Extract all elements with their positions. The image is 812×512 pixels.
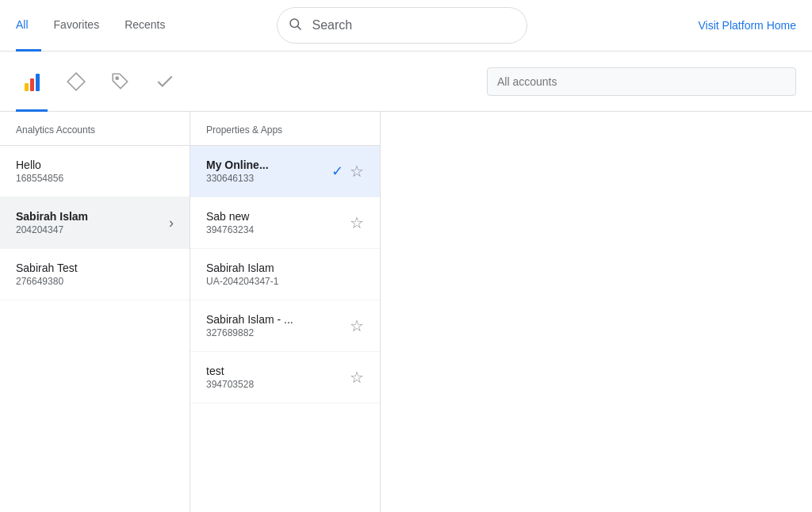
empty-panel: [381, 112, 812, 512]
property-item-sabirah-islam-ua[interactable]: Sabirah Islam UA-204204347-1: [190, 249, 380, 300]
svg-marker-2: [67, 73, 85, 90]
property-item-my-online[interactable]: My Online... 330646133 ✓ ☆: [190, 146, 380, 197]
check-icon: ✓: [331, 162, 343, 180]
account-item-hello[interactable]: Hello 168554856: [0, 146, 190, 197]
tab-recents[interactable]: Recents: [112, 0, 178, 52]
search-input[interactable]: [277, 7, 527, 44]
optimize-product-icon[interactable]: [60, 66, 92, 97]
account-item-sabirah-islam[interactable]: Sabirah Islam 204204347 ›: [0, 197, 190, 249]
analytics-accounts-header: Analytics Accounts: [0, 112, 190, 146]
account-item-sabirah-test[interactable]: Sabirah Test 276649380: [0, 249, 190, 300]
svg-point-0: [290, 19, 299, 28]
top-nav: All Favorites Recents Visit Platform Hom…: [0, 0, 812, 52]
property-item-sab-new[interactable]: Sab new 394763234 ☆: [190, 197, 380, 249]
property-id-my-online: 330646133: [206, 173, 331, 184]
star-icon-sabirah-dash[interactable]: ☆: [350, 316, 364, 335]
nav-tabs: All Favorites Recents: [16, 0, 178, 52]
property-name-my-online: My Online...: [206, 159, 331, 171]
properties-apps-header: Properties & Apps: [190, 112, 380, 146]
star-icon-test[interactable]: ☆: [350, 368, 364, 387]
tab-favorites[interactable]: Favorites: [41, 0, 113, 52]
search-box: [277, 7, 527, 44]
property-name-sab-new: Sab new: [206, 210, 350, 223]
search-icon: [288, 17, 302, 34]
property-name-sabirah-islam-ua: Sabirah Islam: [206, 262, 364, 274]
analytics-accounts-panel: Analytics Accounts Hello 168554856 Sabir…: [0, 112, 190, 512]
star-icon-my-online[interactable]: ☆: [350, 162, 364, 181]
account-id-sabirah-test: 276649380: [16, 276, 78, 287]
property-id-sabirah-islam-dash: 327689882: [206, 327, 350, 338]
star-icon-sab-new[interactable]: ☆: [350, 213, 364, 232]
property-item-sabirah-islam-dash[interactable]: Sabirah Islam - ... 327689882 ☆: [190, 300, 380, 352]
main-content: Analytics Accounts Hello 168554856 Sabir…: [0, 112, 812, 512]
property-item-test[interactable]: test 394703528 ☆: [190, 352, 380, 403]
tab-all[interactable]: All: [16, 0, 41, 52]
all-accounts-input[interactable]: [487, 67, 796, 96]
account-name-hello: Hello: [16, 159, 63, 171]
svg-line-1: [297, 26, 301, 29]
svg-point-3: [116, 77, 118, 79]
account-id-sabirah-islam: 204204347: [16, 224, 88, 235]
all-accounts-filter: [487, 67, 796, 96]
product-bar: [0, 52, 812, 112]
account-name-sabirah-test: Sabirah Test: [16, 262, 78, 274]
account-name-sabirah-islam: Sabirah Islam: [16, 210, 88, 223]
account-id-hello: 168554856: [16, 173, 63, 184]
property-name-sabirah-islam-dash: Sabirah Islam - ...: [206, 313, 350, 326]
property-id-test: 394703528: [206, 379, 350, 390]
tag-manager-product-icon[interactable]: [105, 66, 136, 97]
property-id-sab-new: 394763234: [206, 224, 350, 235]
properties-apps-panel: Properties & Apps My Online... 330646133…: [190, 112, 381, 512]
property-id-sabirah-islam-ua: UA-204204347-1: [206, 276, 364, 287]
chevron-right-icon: ›: [169, 215, 174, 231]
surveys-product-icon[interactable]: [149, 66, 181, 97]
property-name-test: test: [206, 365, 350, 377]
visit-platform-home-link[interactable]: Visit Platform Home: [699, 19, 796, 32]
analytics-product-icon[interactable]: [16, 66, 48, 97]
